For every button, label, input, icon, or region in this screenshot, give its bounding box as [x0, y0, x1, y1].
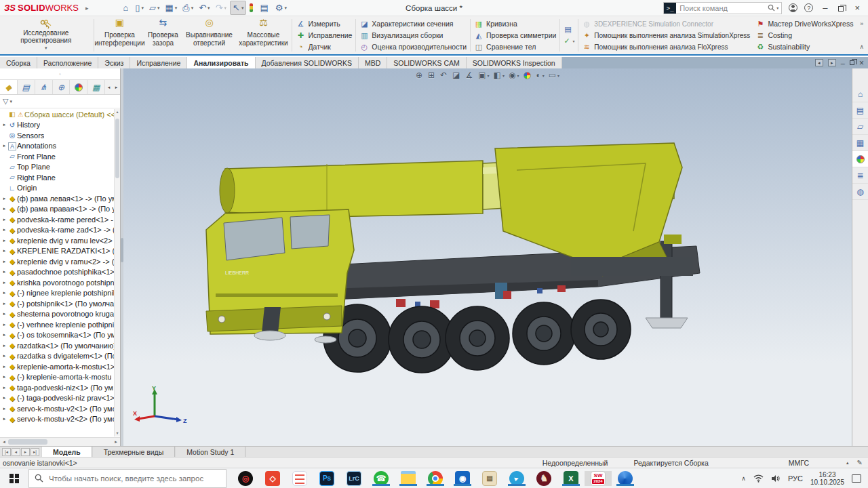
units-caret-icon[interactable]: ▴: [846, 460, 849, 466]
expand-caret[interactable]: ▸: [1, 416, 7, 422]
print-icon[interactable]: ⎙ ▾: [180, 1, 195, 15]
expand-caret[interactable]: ▸: [1, 374, 7, 380]
tree-horizontal-scrollbar[interactable]: ◂ ▸: [0, 437, 120, 446]
expand-caret[interactable]: ▸: [1, 343, 7, 348]
expand-caret[interactable]: ▸: [1, 238, 7, 243]
command-tab[interactable]: Анализировать: [187, 57, 255, 68]
tab-dimxpert-manager[interactable]: ⊕: [53, 80, 71, 94]
3dexperience-simulation-connector-button[interactable]: 3DEXPERIENCE Simulation Connector: [582, 18, 751, 29]
telegram[interactable]: ▸: [503, 471, 530, 486]
section-properties-button[interactable]: Характеристики сечения: [359, 18, 467, 29]
floxpress-wizard-button[interactable]: Помощник выполнения анализа FloXpress: [582, 41, 751, 52]
tree-item[interactable]: ▸ razdatka s dvigatelem<1> (По: [0, 351, 114, 362]
tab-property-manager[interactable]: ▤: [18, 80, 35, 94]
view-settings-icon[interactable]: ▭ ▾: [549, 70, 559, 80]
scrollbar-thumb[interactable]: [115, 119, 119, 178]
expand-caret[interactable]: ▸: [1, 290, 7, 296]
tab-configuration-manager[interactable]: ⋔: [35, 80, 53, 94]
expand-caret[interactable]: ▸: [1, 206, 7, 211]
app-camera[interactable]: ◉: [449, 471, 476, 486]
expand-caret[interactable]: ▸: [1, 227, 7, 232]
save-icon[interactable]: ▦ ▾: [163, 1, 179, 14]
app-red-circle[interactable]: ◎: [232, 471, 259, 486]
tree-item[interactable]: ▸ kreplenie-amorta-k-mostu<1>: [0, 361, 114, 372]
command-tab[interactable]: Расположение: [37, 57, 98, 68]
section-view-icon[interactable]: ◪: [452, 70, 461, 80]
tree-vertical-scrollbar[interactable]: ▴ ▾: [114, 109, 120, 436]
expand-caret[interactable]: ▸: [1, 353, 7, 359]
expand-caret[interactable]: ▸: [1, 301, 7, 306]
previous-view-icon[interactable]: ↶: [440, 70, 448, 80]
expand-caret[interactable]: ▸: [1, 311, 7, 317]
expand-caret[interactable]: ▸: [1, 143, 7, 148]
compare-bodies-button[interactable]: Сравнение тел: [474, 41, 556, 52]
driveworksxpress-wizard-button[interactable]: Мастер DriveWorksXpress: [755, 18, 853, 29]
edit-appearance-icon[interactable]: [523, 72, 532, 79]
ribbon-collapse-icon[interactable]: ∧: [859, 43, 864, 50]
appearances-icon[interactable]: [852, 151, 868, 167]
volume-icon[interactable]: [771, 474, 781, 483]
start-button[interactable]: [0, 468, 28, 488]
tree-root-item[interactable]: ⚠ Сборка шасси (Default) <<П: [0, 109, 114, 120]
tree-item[interactable]: ▸ pasadochnoe potshiphika<1>: [0, 267, 114, 278]
tree-item[interactable]: ▸ History: [0, 120, 114, 131]
forum-icon[interactable]: ◍: [852, 184, 868, 200]
tree-item[interactable]: Right Plane: [0, 172, 114, 183]
tree-item[interactable]: ▸ KREPLENIE RAZDATKI<1> (По: [0, 246, 114, 257]
simulationxpress-wizard-button[interactable]: Помощник выполнения анализа SimulationXp…: [582, 30, 751, 41]
tree-item[interactable]: ▸ (-) kreplenie-amorta-k-mostu: [0, 372, 114, 383]
tree-item[interactable]: ▸ podveska-k-rame zad<1> -> (: [0, 225, 114, 236]
tree-item[interactable]: ▸ kreplenie dvig v ramu<2> -> (: [0, 256, 114, 267]
clock[interactable]: 16:23 10.10.2025: [810, 471, 844, 486]
edit-icon[interactable]: ✎: [857, 459, 863, 466]
tree-item[interactable]: ▸ taga-podveski-niz<1> (По ум: [0, 382, 114, 393]
undo-icon[interactable]: ↶ ▾: [197, 1, 212, 14]
symmetry-check-button[interactable]: Проверка симметрии: [474, 30, 556, 41]
select-icon[interactable]: ↖ ▾: [230, 1, 246, 15]
command-tab[interactable]: SOLIDWORKS CAM: [387, 57, 466, 68]
doc-tab[interactable]: Модель: [41, 447, 92, 457]
document-minimize-button[interactable]: –: [841, 59, 845, 67]
expand-caret[interactable]: ▸: [1, 395, 7, 401]
tab-feature-manager[interactable]: ◆: [0, 80, 18, 94]
clearance-check-button[interactable]: Проверка зазора: [144, 16, 182, 54]
expand-caret[interactable]: ▸: [1, 332, 7, 338]
doc-tab-nav-icon[interactable]: ◂: [12, 448, 20, 456]
expand-caret[interactable]: ▸: [1, 217, 7, 222]
view-orientation-icon[interactable]: ▣ ▾: [478, 70, 489, 80]
design-study-button[interactable]: Исследование проектирования ▾: [0, 16, 92, 54]
action-center-icon[interactable]: [852, 474, 861, 483]
expand-caret[interactable]: ▸: [1, 280, 7, 285]
scrollbar-thumb[interactable]: [8, 439, 47, 445]
check-document-button[interactable]: [564, 24, 574, 35]
command-search[interactable]: >_ Поиск команд ▾: [663, 2, 782, 14]
costing-button[interactable]: Costing: [755, 30, 853, 41]
whatsapp[interactable]: ☎: [368, 471, 395, 486]
tree-item[interactable]: Origin: [0, 183, 114, 194]
resources-home-icon[interactable]: ⌂: [852, 86, 868, 102]
language-indicator[interactable]: РУС: [788, 474, 803, 483]
tree-item[interactable]: ▸ (ф) рама левая<1> -> (По ум: [0, 193, 114, 204]
scroll-up-icon[interactable]: ▴: [115, 109, 120, 115]
tab-display-manager[interactable]: [70, 80, 87, 94]
repair-button[interactable]: Исправление: [296, 30, 352, 41]
command-tab[interactable]: Добавления SOLIDWORKS: [256, 57, 359, 68]
expand-caret[interactable]: ▸: [1, 259, 7, 264]
doc-tab[interactable]: Motion Study 1: [175, 447, 245, 457]
app-blue-swirl[interactable]: [612, 471, 639, 486]
import-diagnostics-button[interactable]: ▾: [564, 36, 574, 47]
tree-filter[interactable]: ▽ ▾: [0, 95, 120, 108]
panel-tabs-right-icon[interactable]: ▸: [113, 80, 120, 94]
curvature-button[interactable]: Кривизна: [474, 18, 556, 29]
command-tab[interactable]: Исправление: [130, 57, 187, 68]
pane-right-icon[interactable]: ▸: [828, 59, 836, 66]
search-icon[interactable]: ▾: [768, 4, 781, 12]
tree-item[interactable]: ▸ podveska-k-rame pered<1> -: [0, 214, 114, 225]
tree-item[interactable]: ▸ razdatka<1> (По умолчанию): [0, 340, 114, 351]
options-list-icon[interactable]: ▤: [258, 1, 271, 14]
hide-show-items-icon[interactable]: ◉ ▾: [509, 70, 519, 80]
sensor-button[interactable]: Датчик: [296, 41, 352, 52]
zoom-to-area-icon[interactable]: ⊞: [428, 70, 436, 80]
lightroom[interactable]: LrC: [340, 471, 368, 486]
scroll-right-icon[interactable]: ▸: [112, 439, 120, 445]
